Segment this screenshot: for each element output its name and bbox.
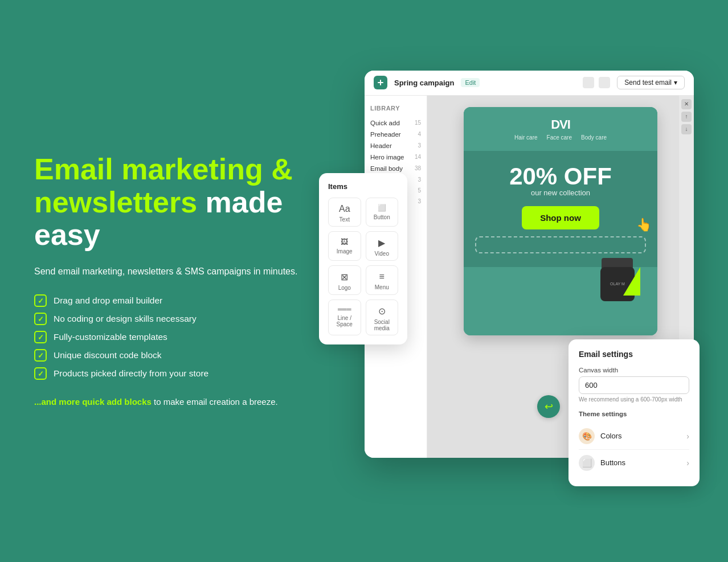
settings-title: Email settings (579, 350, 689, 359)
sidebar-item-preheader[interactable]: Preheader 4 (370, 129, 421, 140)
sidebar-item-extra2-count: 5 (418, 187, 421, 194)
colors-row[interactable]: 🎨 Colors › (579, 423, 689, 450)
sidebar-item-quickadd[interactable]: Quick add 15 (370, 117, 421, 129)
cta-rest: to make email creation a breeze. (154, 397, 278, 407)
email-discount: 20% OFF (475, 165, 646, 188)
product-jar: OLAY M (595, 250, 640, 301)
canvas-width-input[interactable] (579, 376, 689, 394)
sidebar-item-preheader-count: 4 (418, 131, 421, 137)
left-column: Email marketing & newsletters made easy … (34, 153, 330, 408)
item-logo[interactable]: ⊠ Logo (328, 265, 361, 295)
cta-text: ...and more quick add blocks to make ema… (34, 396, 330, 409)
send-test-button[interactable]: Send test email ▾ (617, 76, 685, 89)
logo-label: Logo (332, 285, 357, 291)
nav-body: Body care (581, 134, 607, 141)
sidebar-item-heroimage[interactable]: Hero image 14 (370, 151, 421, 163)
button-icon: ⬜ (370, 204, 395, 212)
item-linespace[interactable]: ═══ Line / Space (328, 300, 361, 335)
item-socialmedia[interactable]: ⊙ Social media (366, 300, 399, 335)
item-menu[interactable]: ≡ Menu (366, 265, 399, 295)
linespace-icon: ═══ (332, 306, 357, 313)
nav-hair: Hair care (514, 134, 538, 141)
green-arrow-connector: ↩ (537, 395, 560, 418)
arrow-icon: ↩ (545, 400, 553, 413)
linespace-label: Line / Space (332, 315, 357, 327)
scroll-close-btn[interactable]: ✕ (681, 99, 692, 109)
sidebar-item-quickadd-label: Quick add (370, 120, 400, 126)
sidebar-item-heroimage-label: Hero image (370, 154, 404, 161)
buttons-row[interactable]: ⬜ Buttons › (579, 450, 689, 476)
email-discount-sub: our new collection (475, 188, 646, 197)
item-image[interactable]: 🖼 Image (328, 231, 361, 261)
item-text[interactable]: Aa Text (328, 198, 361, 227)
feature-item-5: Products picked directly from your store (34, 367, 330, 380)
headline-green-2: newsletters (34, 186, 197, 219)
video-label: Video (370, 251, 395, 257)
feature-item-3: Fully-customizable templates (34, 331, 330, 343)
email-header: DVI Hair care Face care Body care (464, 107, 657, 151)
logo-icon: ⊠ (332, 272, 357, 282)
sidebar-item-heroimage-count: 14 (415, 154, 421, 160)
headline-green-1: Email marketing & (34, 153, 293, 186)
shop-now-label: Shop now (540, 213, 581, 223)
shop-btn-wrapper: Shop now 👆 (475, 206, 646, 229)
buttons-row-left: ⬜ Buttons (579, 455, 625, 471)
sidebar-item-emailbody-label: Email body (370, 165, 403, 172)
scroll-up-btn[interactable]: ↑ (681, 112, 692, 122)
nav-dot-1[interactable] (583, 77, 594, 88)
cursor-icon: 👆 (636, 218, 652, 232)
shop-now-button[interactable]: Shop now (522, 206, 599, 229)
features-list: Drag and drop email builder No coding or… (34, 294, 330, 380)
nav-face: Face care (547, 134, 572, 141)
product-area: OLAY M (464, 267, 657, 335)
app-edit-badge[interactable]: Edit (461, 78, 480, 87)
feature-item-1: Drag and drop email builder (34, 294, 330, 307)
colors-row-left: 🎨 Colors (579, 428, 622, 444)
video-icon: ▶ (370, 237, 395, 248)
theme-settings-label: Theme settings (579, 411, 689, 417)
menu-label: Menu (370, 284, 395, 290)
items-panel: Items Aa Text ⬜ Button 🖼 Image ▶ Video (319, 173, 407, 344)
buttons-icon: ⬜ (579, 455, 595, 471)
text-label: Text (332, 216, 357, 223)
check-icon-1 (34, 294, 47, 307)
colors-chevron-icon: › (686, 432, 689, 441)
green-triangle (623, 267, 640, 296)
send-test-chevron: ▾ (674, 79, 677, 87)
sidebar-item-emailbody[interactable]: Email body 38 (370, 163, 421, 174)
sidebar-item-header[interactable]: Header 3 (370, 140, 421, 151)
item-video[interactable]: ▶ Video (366, 231, 399, 261)
headline-white-1: made (206, 186, 283, 219)
canvas-width-label: Canvas width (579, 367, 689, 374)
button-label: Button (370, 214, 395, 220)
feature-item-2: No coding or design skills necessary (34, 313, 330, 325)
canvas-hint: We recommend using a 600-700px width (579, 396, 689, 403)
sidebar-item-extra1-count: 3 (418, 177, 421, 183)
socialmedia-icon: ⊙ (370, 306, 395, 317)
sidebar-item-header-label: Header (370, 142, 392, 149)
scroll-down-btn[interactable]: ↓ (681, 124, 692, 134)
nav-dot-2[interactable] (599, 77, 610, 88)
email-nav-items: Hair care Face care Body care (474, 134, 647, 141)
buttons-chevron-icon: › (686, 458, 689, 467)
menu-icon: ≡ (370, 272, 395, 282)
sidebar-item-quickadd-count: 15 (415, 120, 421, 126)
sidebar-item-header-count: 3 (418, 142, 421, 149)
headline: Email marketing & newsletters made easy (34, 153, 330, 251)
check-icon-5 (34, 367, 47, 380)
feature-item-4: Unique discount code block (34, 349, 330, 362)
headline-white-2: easy (34, 218, 100, 251)
cta-link: ...and more quick add blocks (34, 397, 152, 407)
feature-text-2: No coding or design skills necessary (54, 314, 197, 324)
app-title: Spring campaign (394, 79, 454, 87)
buttons-row-label: Buttons (600, 458, 625, 467)
feature-text-4: Unique discount code block (54, 350, 162, 360)
feature-text-5: Products picked directly from your store (54, 368, 208, 379)
app-header-nav (583, 77, 610, 88)
email-preview: DVI Hair care Face care Body care 20% OF… (464, 107, 657, 335)
item-button[interactable]: ⬜ Button (366, 198, 399, 227)
image-icon: 🖼 (332, 237, 357, 246)
right-column: Spring campaign Edit Send test email ▾ L… (353, 59, 694, 503)
check-icon-2 (34, 313, 47, 325)
sidebar-section-title: Library (370, 105, 421, 112)
